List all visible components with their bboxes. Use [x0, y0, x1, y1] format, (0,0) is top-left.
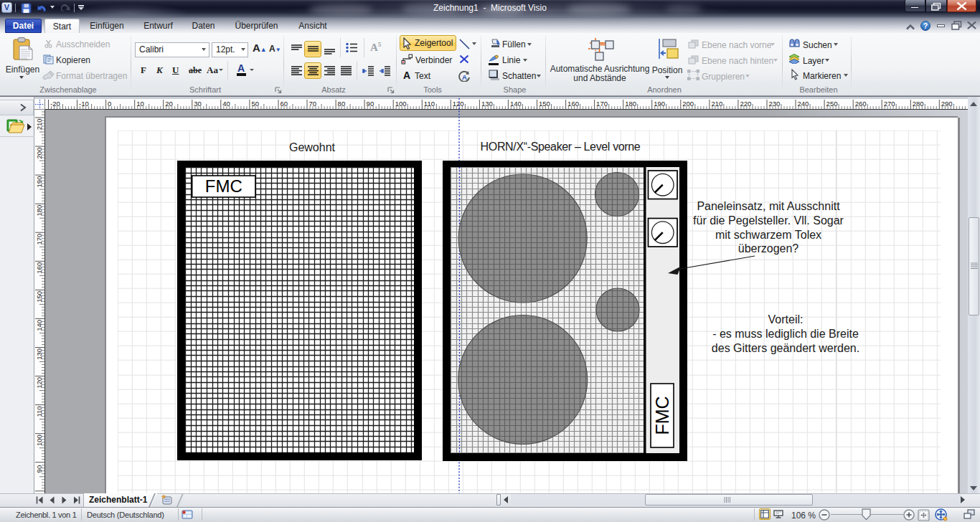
svg-text:210: 210 — [711, 100, 722, 108]
svg-text:240: 240 — [798, 100, 809, 108]
svg-text:250: 250 — [826, 100, 838, 108]
svg-text:160: 160 — [567, 100, 579, 108]
svg-text:80: 80 — [338, 100, 346, 108]
svg-text:100: 100 — [395, 100, 407, 108]
svg-text:FMC: FMC — [205, 176, 242, 196]
svg-text:20: 20 — [165, 100, 173, 108]
svg-text:60: 60 — [281, 100, 288, 108]
svg-text:260: 260 — [855, 100, 867, 108]
svg-text:90: 90 — [35, 465, 43, 473]
svg-text:220: 220 — [740, 100, 751, 108]
svg-text:180: 180 — [625, 100, 636, 108]
svg-text:150: 150 — [539, 100, 550, 108]
svg-text:0: 0 — [108, 100, 111, 108]
svg-text:140: 140 — [510, 100, 522, 108]
svg-text:50: 50 — [251, 100, 259, 108]
svg-text:10: 10 — [136, 100, 144, 108]
svg-text:A: A — [462, 73, 467, 81]
svg-text:130: 130 — [481, 100, 493, 108]
svg-text:190: 190 — [654, 100, 665, 108]
svg-text:90: 90 — [367, 100, 374, 108]
svg-text:270: 270 — [884, 100, 895, 108]
svg-text:290: 290 — [941, 100, 953, 108]
svg-text:30: 30 — [194, 100, 202, 108]
svg-text:110: 110 — [424, 100, 435, 108]
svg-text:200: 200 — [682, 100, 694, 108]
svg-text:FMC: FMC — [652, 396, 672, 435]
svg-text:230: 230 — [769, 100, 781, 108]
svg-text:40: 40 — [222, 100, 230, 108]
svg-text:170: 170 — [596, 100, 608, 108]
svg-text:-10: -10 — [79, 100, 89, 108]
svg-text:70: 70 — [309, 100, 317, 108]
svg-text:280: 280 — [913, 100, 924, 108]
svg-text:-20: -20 — [50, 100, 60, 108]
